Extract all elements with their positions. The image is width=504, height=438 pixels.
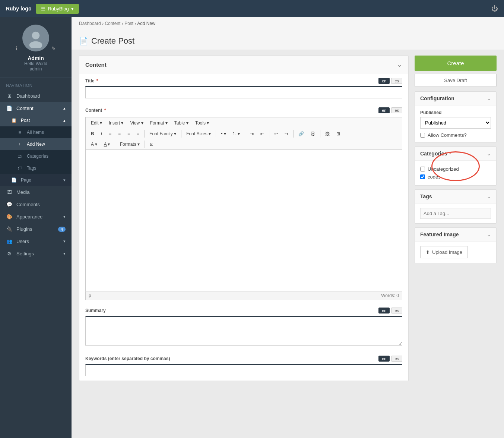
tools-menu-button[interactable]: Tools ▾ (192, 119, 212, 127)
page-icon: 📄 (10, 177, 17, 183)
font-family-button[interactable]: Font Family ▾ (146, 130, 179, 138)
sidebar-item-page[interactable]: 📄 Page ▾ (0, 174, 72, 186)
categories-header: Categories * ⌄ (415, 147, 496, 161)
breadcrumb-dashboard[interactable]: Dashboard (79, 21, 101, 26)
form-panel-toggle-button[interactable]: ⌄ (397, 60, 402, 69)
sidebar-item-categories[interactable]: 🗂 Categories (0, 150, 72, 162)
editor-body[interactable] (85, 149, 402, 291)
sidebar-item-label: Page (21, 177, 31, 183)
sidebar-item-label: Dashboard (16, 93, 40, 99)
upload-icon: ⬆ (426, 249, 430, 255)
published-select[interactable]: Published Draft (420, 117, 491, 129)
link-button[interactable]: 🔗 (295, 130, 307, 138)
category-item-uncategorized: Uncategorized (420, 165, 491, 173)
undo-button[interactable]: ↩ (271, 130, 281, 138)
table-insert-button[interactable]: ⊞ (333, 130, 343, 138)
content-lang-en[interactable]: en (378, 107, 390, 113)
tags-body (415, 204, 496, 223)
avatar-edit-button[interactable]: ✎ (51, 45, 56, 51)
breadcrumb-current: Add New (137, 21, 155, 26)
align-center-button[interactable]: ≡ (115, 130, 124, 138)
categories-toggle-button[interactable]: ⌄ (487, 151, 491, 157)
indent-button[interactable]: ⇥ (247, 130, 257, 138)
title-input[interactable] (85, 86, 402, 98)
sidebar-item-plugins[interactable]: 🔌 Plugins 4 (0, 223, 72, 235)
source-button[interactable]: ⊡ (147, 140, 156, 148)
main-content: Dashboard › Content › Post › Add New 📄 C… (72, 17, 504, 438)
sidebar-item-post[interactable]: 📋 Post ▴ (0, 114, 72, 126)
config-toggle-button[interactable]: ⌄ (487, 96, 491, 101)
sidebar-item-comments[interactable]: 💬 Comments (0, 198, 72, 211)
power-icon[interactable]: ⏻ (491, 5, 498, 13)
title-lang-en[interactable]: en (378, 78, 390, 84)
format-menu-button[interactable]: Format ▾ (147, 119, 171, 127)
editor-toolbar-row2: B I ≡ ≡ ≡ ≡ Font Family ▾ Font Sizes ▾ •… (85, 129, 402, 139)
breadcrumb-content[interactable]: Content (105, 21, 120, 26)
category-checkbox-codes[interactable] (420, 174, 425, 179)
sidebar-item-appearance[interactable]: 🎨 Appearance ▾ (0, 211, 72, 223)
align-left-button[interactable]: ≡ (106, 130, 114, 138)
unlink-button[interactable]: ⛓ (308, 130, 318, 138)
featured-image-toggle-button[interactable]: ⌄ (487, 232, 491, 237)
keywords-lang-es[interactable]: es (391, 356, 402, 362)
sidebar-item-all-items[interactable]: ≡ All Items (0, 126, 72, 138)
insert-menu-button[interactable]: Insert ▾ (106, 119, 126, 127)
outdent-button[interactable]: ⇤ (257, 130, 267, 138)
avatar (22, 25, 49, 51)
summary-lang-es[interactable]: es (391, 308, 402, 313)
keywords-input[interactable] (85, 364, 402, 376)
save-draft-button[interactable]: Save Draft (415, 74, 497, 87)
keywords-field: Keywords (enter separated by commas) en … (79, 351, 408, 381)
keywords-lang-en[interactable]: en (378, 356, 390, 362)
bg-color-button[interactable]: A ▾ (101, 140, 113, 148)
edit-menu-button[interactable]: Edit ▾ (88, 119, 105, 127)
create-button[interactable]: Create (415, 56, 497, 71)
editor-tag: p (89, 293, 91, 298)
avatar-info-button[interactable]: ℹ (16, 45, 18, 51)
tags-input[interactable] (420, 208, 491, 219)
sidebar-item-media[interactable]: 🖼 Media (0, 186, 72, 198)
summary-lang-en[interactable]: en (378, 308, 390, 313)
align-right-button[interactable]: ≡ (124, 130, 133, 138)
upload-image-button[interactable]: ⬆ Upload Image (420, 246, 468, 258)
image-button[interactable]: 🖼 (322, 130, 333, 138)
italic-button[interactable]: I (98, 130, 105, 138)
sidebar-item-settings[interactable]: ⚙ Settings ▾ (0, 248, 72, 260)
add-icon: + (16, 142, 23, 147)
summary-textarea[interactable] (85, 316, 402, 346)
plugins-badge: 4 (58, 227, 66, 232)
redo-button[interactable]: ↪ (282, 130, 291, 138)
category-checkbox-uncategorized[interactable] (420, 167, 425, 171)
content-lang-es[interactable]: es (391, 107, 402, 113)
font-sizes-button[interactable]: Font Sizes ▾ (183, 130, 214, 138)
sidebar-item-dashboard[interactable]: ⊞ Dashboard (0, 90, 72, 102)
tags-toggle-button[interactable]: ⌄ (487, 194, 491, 199)
breadcrumb: Dashboard › Content › Post › Add New (72, 17, 504, 30)
title-lang-es[interactable]: es (391, 78, 402, 84)
sidebar-item-users[interactable]: 👥 Users ▾ (0, 235, 72, 248)
unordered-list-button[interactable]: • ▾ (218, 130, 229, 138)
title-label: Title * en es (85, 78, 402, 84)
sidebar-item-label: Users (16, 239, 29, 244)
justify-button[interactable]: ≡ (134, 130, 142, 138)
rubyblog-button[interactable]: ☰ RubyBlog ▾ (36, 4, 79, 14)
table-menu-button[interactable]: Table ▾ (171, 119, 191, 127)
font-color-button[interactable]: A ▾ (88, 140, 100, 148)
formats-button[interactable]: Formats ▾ (117, 140, 143, 148)
topbar-logo: Ruby logo (6, 6, 31, 12)
bold-button[interactable]: B (88, 130, 97, 138)
settings-icon: ⚙ (6, 251, 13, 256)
view-menu-button[interactable]: View ▾ (127, 119, 146, 127)
nav-label: Navigation (0, 78, 72, 90)
ordered-list-button[interactable]: 1. ▾ (230, 130, 243, 138)
sidebar-item-content[interactable]: 📄 Content ▴ (0, 102, 72, 114)
toolbar-sep3 (216, 130, 216, 138)
breadcrumb-post[interactable]: Post (124, 21, 133, 26)
allow-comments-row: Allow Comments? (420, 132, 491, 138)
sidebar-item-tags[interactable]: 🏷 Tags (0, 162, 72, 174)
toolbar-sep5 (269, 130, 269, 138)
allow-comments-checkbox[interactable] (420, 133, 425, 138)
sidebar-item-label: Add New (27, 142, 45, 147)
category-label-uncategorized: Uncategorized (428, 166, 459, 172)
sidebar-item-add-new[interactable]: + Add New (0, 138, 72, 150)
